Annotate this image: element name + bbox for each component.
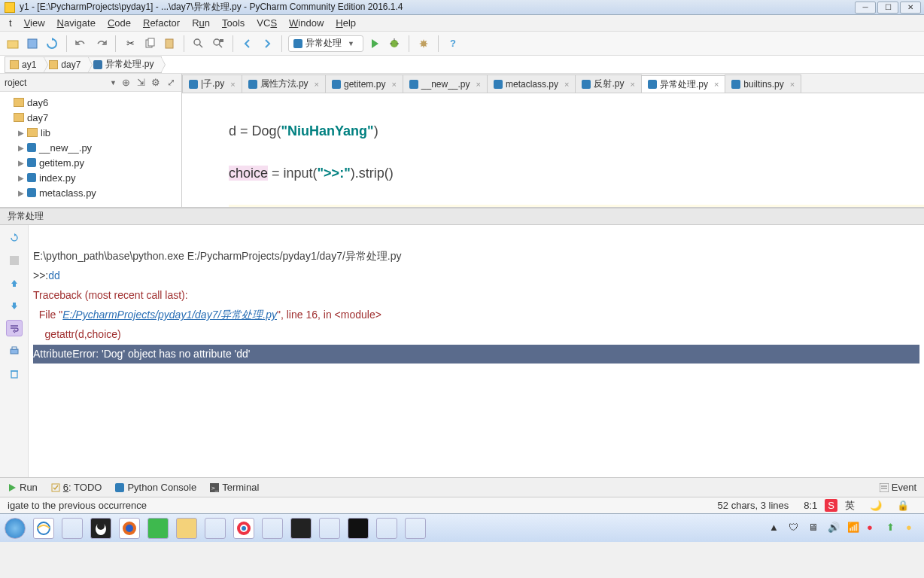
tab-todo[interactable]: 6: TODO (51, 482, 102, 493)
menu-run[interactable]: Run (186, 16, 216, 30)
file-tab[interactable]: |子.py× (182, 75, 242, 93)
wrap-icon[interactable] (6, 320, 23, 336)
tree-node[interactable]: day6 (0, 95, 181, 110)
breadcrumb-item[interactable]: ay1 (5, 56, 44, 73)
forward-icon[interactable] (259, 35, 275, 52)
ie-icon[interactable] (33, 518, 54, 539)
pictures-icon[interactable] (62, 518, 83, 539)
paste-icon[interactable] (161, 35, 178, 52)
file-tab[interactable]: 反射.py× (575, 75, 641, 93)
project-tree[interactable]: day6day7▶lib▶__new__.py▶getitem.py▶index… (0, 92, 181, 207)
file-tab[interactable]: getitem.py× (325, 75, 403, 93)
menu-code[interactable]: Code (102, 16, 137, 30)
close-tab-icon[interactable]: × (630, 80, 634, 89)
start-button[interactable] (5, 518, 26, 539)
breadcrumb-item[interactable]: 异常处理.py (89, 56, 162, 73)
app-icon[interactable] (205, 518, 226, 539)
tree-node[interactable]: ▶metaclass.py (0, 185, 181, 200)
undo-icon[interactable] (73, 35, 90, 52)
tree-node[interactable]: ▶getitem.py (0, 155, 181, 170)
ime-lang[interactable]: 英 (837, 499, 862, 513)
close-tab-icon[interactable]: × (790, 80, 795, 89)
wechat-icon[interactable] (147, 518, 169, 539)
tray-icon[interactable]: ● (906, 522, 919, 535)
run-config-combo[interactable]: 异常处理 ▼ (288, 35, 363, 52)
close-tab-icon[interactable]: × (391, 80, 396, 89)
run-tab-label[interactable]: 异常处理 (0, 208, 924, 225)
expand-arrow-icon[interactable]: ▶ (18, 159, 27, 167)
menu-tools[interactable]: Tools (216, 16, 251, 30)
qq-icon[interactable] (90, 518, 111, 539)
volume-icon[interactable]: 🔊 (828, 522, 841, 535)
console-output[interactable]: E:\python_path\base\python.exe E:/Pychar… (29, 225, 924, 477)
close-button[interactable]: ✕ (900, 2, 921, 14)
file-tab[interactable]: metaclass.py× (487, 75, 576, 93)
file-tab[interactable]: __new__.py× (403, 75, 488, 93)
menu-window[interactable]: Window (283, 16, 330, 30)
tab-event-log[interactable]: Event (880, 482, 916, 493)
expand-arrow-icon[interactable]: ▶ (18, 129, 27, 137)
tab-terminal[interactable]: >_Terminal (210, 482, 259, 493)
app-icon[interactable] (319, 518, 340, 539)
rerun-icon[interactable] (6, 230, 23, 246)
chevron-down-icon[interactable]: ▼ (110, 79, 117, 87)
tray-icon[interactable]: 🖥 (808, 522, 822, 535)
refresh-icon[interactable] (44, 35, 60, 52)
close-tab-icon[interactable]: × (315, 80, 319, 89)
close-tab-icon[interactable]: × (714, 80, 719, 89)
network-icon[interactable]: 📶 (847, 522, 861, 535)
maximize-button[interactable]: ☐ (877, 2, 898, 14)
back-icon[interactable] (239, 35, 256, 52)
code-editor[interactable]: d = Dog("NiuHanYang") choice = input(">>… (182, 93, 924, 207)
redo-icon[interactable] (93, 35, 109, 52)
tree-node[interactable]: ▶index.py (0, 170, 181, 185)
console-file-link[interactable]: E:/PycharmProjects/pyday1/day7/异常处理.py (62, 309, 277, 321)
app-icon[interactable] (405, 518, 426, 539)
menu-refactor[interactable]: Refactor (137, 16, 186, 30)
tray-icon[interactable]: 🛡 (789, 522, 802, 535)
down-trace-icon[interactable] (6, 297, 23, 314)
ime-indicator[interactable]: S (825, 499, 837, 512)
expand-arrow-icon[interactable]: ▶ (18, 144, 27, 152)
app-icon[interactable] (376, 518, 397, 539)
expand-arrow-icon[interactable]: ▶ (18, 189, 27, 197)
menu-help[interactable]: Help (330, 16, 362, 30)
tab-run[interactable]: Run (8, 482, 38, 493)
project-tab-label[interactable]: roject (5, 78, 107, 88)
status-caret-position[interactable]: 8:1 (796, 500, 825, 511)
file-tab[interactable]: 异常处理.py× (641, 75, 725, 93)
explorer-icon[interactable] (176, 518, 197, 539)
gear-icon[interactable]: ⚙ (150, 77, 162, 89)
file-tab[interactable]: 属性方法.py× (242, 75, 326, 93)
pycharm-taskbar-icon[interactable] (290, 518, 312, 539)
close-tab-icon[interactable]: × (230, 80, 235, 89)
app-icon[interactable] (262, 518, 283, 539)
file-tab[interactable]: builtins.py× (725, 75, 801, 93)
up-trace-icon[interactable] (6, 275, 23, 291)
tray-icon[interactable]: ⬆ (886, 522, 900, 535)
stop-icon[interactable] (6, 252, 23, 269)
locate-icon[interactable]: ⊕ (120, 77, 132, 89)
trash-icon[interactable] (6, 365, 23, 382)
menu-navigate[interactable]: Navigate (51, 16, 102, 30)
minimize-button[interactable]: ─ (855, 2, 876, 14)
hide-icon[interactable]: ⤢ (165, 77, 177, 89)
menu-item[interactable]: t (3, 16, 18, 30)
run-button[interactable] (366, 35, 383, 52)
tree-node[interactable]: ▶__new__.py (0, 140, 181, 155)
tree-node[interactable]: day7 (0, 110, 181, 125)
menu-vcs[interactable]: VCS (251, 16, 283, 30)
find-icon[interactable] (190, 35, 207, 52)
breadcrumb-item[interactable]: day7 (44, 56, 89, 73)
cut-icon[interactable]: ✂ (122, 35, 138, 52)
settings-lock-icon[interactable]: 🔒 (889, 500, 916, 511)
help-icon[interactable]: ? (445, 35, 461, 52)
tray-icon[interactable]: ● (867, 522, 880, 535)
print-icon[interactable] (6, 342, 23, 359)
tree-node[interactable]: ▶lib (0, 125, 181, 140)
expand-arrow-icon[interactable]: ▶ (18, 174, 27, 182)
debug-button[interactable] (386, 35, 403, 52)
tray-icon[interactable]: ▲ (769, 522, 783, 535)
chrome-icon[interactable] (233, 518, 254, 539)
close-tab-icon[interactable]: × (564, 80, 569, 89)
